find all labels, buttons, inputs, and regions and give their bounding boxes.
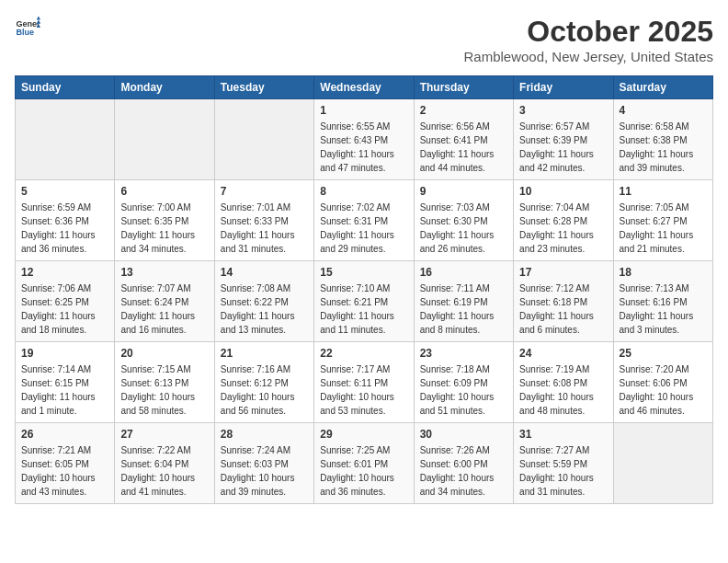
day-info: Sunrise: 7:24 AM Sunset: 6:03 PM Dayligh… [221, 443, 308, 499]
day-number: 11 [620, 185, 707, 198]
day-number: 21 [221, 347, 308, 360]
day-info: Sunrise: 7:18 AM Sunset: 6:09 PM Dayligh… [420, 362, 507, 418]
month-title: October 2025 [463, 15, 713, 49]
day-info: Sunrise: 7:03 AM Sunset: 6:30 PM Dayligh… [420, 201, 507, 256]
day-info: Sunrise: 7:04 AM Sunset: 6:28 PM Dayligh… [519, 201, 607, 256]
calendar-cell: 14Sunrise: 7:08 AM Sunset: 6:22 PM Dayli… [214, 261, 313, 342]
weekday-header-wednesday: Wednesday [314, 76, 414, 99]
logo: General Blue [15, 15, 40, 40]
day-info: Sunrise: 7:19 AM Sunset: 6:08 PM Dayligh… [519, 362, 607, 418]
day-number: 4 [620, 104, 707, 117]
day-info: Sunrise: 7:16 AM Sunset: 6:12 PM Dayligh… [221, 362, 308, 418]
weekday-header-friday: Friday [514, 76, 613, 99]
day-number: 14 [221, 266, 308, 279]
calendar-cell: 5Sunrise: 6:59 AM Sunset: 6:36 PM Daylig… [16, 180, 115, 261]
day-info: Sunrise: 7:25 AM Sunset: 6:01 PM Dayligh… [320, 443, 407, 499]
calendar-cell: 13Sunrise: 7:07 AM Sunset: 6:24 PM Dayli… [115, 261, 214, 342]
day-info: Sunrise: 7:15 AM Sunset: 6:13 PM Dayligh… [120, 362, 208, 418]
calendar-cell: 26Sunrise: 7:21 AM Sunset: 6:05 PM Dayli… [16, 423, 115, 504]
day-info: Sunrise: 7:02 AM Sunset: 6:31 PM Dayligh… [320, 201, 407, 256]
day-number: 26 [21, 428, 108, 441]
calendar-cell: 23Sunrise: 7:18 AM Sunset: 6:09 PM Dayli… [414, 342, 513, 423]
day-info: Sunrise: 7:08 AM Sunset: 6:22 PM Dayligh… [221, 282, 308, 337]
calendar-cell: 10Sunrise: 7:04 AM Sunset: 6:28 PM Dayli… [514, 180, 613, 261]
day-number: 30 [420, 428, 507, 441]
day-info: Sunrise: 7:12 AM Sunset: 6:18 PM Dayligh… [519, 282, 607, 337]
calendar-week-4: 19Sunrise: 7:14 AM Sunset: 6:15 PM Dayli… [16, 342, 713, 423]
day-info: Sunrise: 7:00 AM Sunset: 6:35 PM Dayligh… [120, 201, 208, 256]
day-info: Sunrise: 7:10 AM Sunset: 6:21 PM Dayligh… [320, 282, 407, 337]
calendar-cell: 7Sunrise: 7:01 AM Sunset: 6:33 PM Daylig… [214, 180, 313, 261]
calendar-cell: 24Sunrise: 7:19 AM Sunset: 6:08 PM Dayli… [514, 342, 613, 423]
calendar-cell: 22Sunrise: 7:17 AM Sunset: 6:11 PM Dayli… [314, 342, 414, 423]
day-info: Sunrise: 6:59 AM Sunset: 6:36 PM Dayligh… [21, 201, 108, 256]
day-number: 24 [519, 347, 607, 360]
day-info: Sunrise: 7:17 AM Sunset: 6:11 PM Dayligh… [320, 362, 407, 418]
day-number: 20 [120, 347, 208, 360]
calendar-cell: 30Sunrise: 7:26 AM Sunset: 6:00 PM Dayli… [414, 423, 513, 504]
day-info: Sunrise: 7:22 AM Sunset: 6:04 PM Dayligh… [120, 443, 208, 499]
svg-text:Blue: Blue [16, 28, 34, 37]
calendar-week-3: 12Sunrise: 7:06 AM Sunset: 6:25 PM Dayli… [16, 261, 713, 342]
day-number: 15 [320, 266, 407, 279]
day-info: Sunrise: 7:05 AM Sunset: 6:27 PM Dayligh… [620, 201, 707, 256]
day-info: Sunrise: 6:55 AM Sunset: 6:43 PM Dayligh… [320, 120, 407, 175]
day-number: 29 [320, 428, 407, 441]
calendar-cell: 21Sunrise: 7:16 AM Sunset: 6:12 PM Dayli… [214, 342, 313, 423]
day-number: 23 [420, 347, 507, 360]
weekday-header-thursday: Thursday [414, 76, 513, 99]
day-info: Sunrise: 6:58 AM Sunset: 6:38 PM Dayligh… [620, 120, 707, 175]
calendar-cell: 15Sunrise: 7:10 AM Sunset: 6:21 PM Dayli… [314, 261, 414, 342]
day-number: 6 [120, 185, 208, 198]
calendar-cell: 11Sunrise: 7:05 AM Sunset: 6:27 PM Dayli… [613, 180, 712, 261]
weekday-header-tuesday: Tuesday [214, 76, 313, 99]
weekday-header-saturday: Saturday [613, 76, 712, 99]
day-number: 2 [420, 104, 507, 117]
calendar-cell: 3Sunrise: 6:57 AM Sunset: 6:39 PM Daylig… [514, 99, 613, 180]
day-info: Sunrise: 7:11 AM Sunset: 6:19 PM Dayligh… [420, 282, 507, 337]
day-number: 31 [519, 428, 607, 441]
day-number: 16 [420, 266, 507, 279]
calendar-cell: 2Sunrise: 6:56 AM Sunset: 6:41 PM Daylig… [414, 99, 513, 180]
day-info: Sunrise: 7:06 AM Sunset: 6:25 PM Dayligh… [21, 282, 108, 337]
title-block: October 2025 Ramblewood, New Jersey, Uni… [463, 15, 713, 64]
calendar-cell: 20Sunrise: 7:15 AM Sunset: 6:13 PM Dayli… [115, 342, 214, 423]
day-number: 7 [221, 185, 308, 198]
calendar-week-5: 26Sunrise: 7:21 AM Sunset: 6:05 PM Dayli… [16, 423, 713, 504]
day-number: 18 [620, 266, 707, 279]
day-number: 10 [519, 185, 607, 198]
logo-icon: General Blue [15, 15, 40, 40]
day-number: 9 [420, 185, 507, 198]
day-info: Sunrise: 7:01 AM Sunset: 6:33 PM Dayligh… [221, 201, 308, 256]
day-info: Sunrise: 6:57 AM Sunset: 6:39 PM Dayligh… [519, 120, 607, 175]
day-info: Sunrise: 6:56 AM Sunset: 6:41 PM Dayligh… [420, 120, 507, 175]
weekday-header-sunday: Sunday [16, 76, 115, 99]
page-header: General Blue October 2025 Ramblewood, Ne… [15, 15, 713, 64]
calendar-cell: 6Sunrise: 7:00 AM Sunset: 6:35 PM Daylig… [115, 180, 214, 261]
day-number: 3 [519, 104, 607, 117]
day-info: Sunrise: 7:07 AM Sunset: 6:24 PM Dayligh… [120, 282, 208, 337]
day-number: 22 [320, 347, 407, 360]
day-number: 28 [221, 428, 308, 441]
day-number: 8 [320, 185, 407, 198]
calendar-cell: 18Sunrise: 7:13 AM Sunset: 6:16 PM Dayli… [613, 261, 712, 342]
calendar-cell: 25Sunrise: 7:20 AM Sunset: 6:06 PM Dayli… [613, 342, 712, 423]
day-number: 5 [21, 185, 108, 198]
calendar-cell: 29Sunrise: 7:25 AM Sunset: 6:01 PM Dayli… [314, 423, 414, 504]
calendar-cell: 1Sunrise: 6:55 AM Sunset: 6:43 PM Daylig… [314, 99, 414, 180]
calendar-cell [115, 99, 214, 180]
calendar-cell [214, 99, 313, 180]
day-number: 1 [320, 104, 407, 117]
calendar-cell: 4Sunrise: 6:58 AM Sunset: 6:38 PM Daylig… [613, 99, 712, 180]
day-info: Sunrise: 7:14 AM Sunset: 6:15 PM Dayligh… [21, 362, 108, 418]
calendar-week-1: 1Sunrise: 6:55 AM Sunset: 6:43 PM Daylig… [16, 99, 713, 180]
day-number: 25 [620, 347, 707, 360]
calendar-cell: 27Sunrise: 7:22 AM Sunset: 6:04 PM Dayli… [115, 423, 214, 504]
calendar-cell: 12Sunrise: 7:06 AM Sunset: 6:25 PM Dayli… [16, 261, 115, 342]
calendar-cell: 31Sunrise: 7:27 AM Sunset: 5:59 PM Dayli… [514, 423, 613, 504]
day-info: Sunrise: 7:20 AM Sunset: 6:06 PM Dayligh… [620, 362, 707, 418]
calendar-table: SundayMondayTuesdayWednesdayThursdayFrid… [15, 75, 713, 504]
calendar-cell: 16Sunrise: 7:11 AM Sunset: 6:19 PM Dayli… [414, 261, 513, 342]
calendar-cell: 17Sunrise: 7:12 AM Sunset: 6:18 PM Dayli… [514, 261, 613, 342]
svg-marker-2 [37, 16, 40, 19]
